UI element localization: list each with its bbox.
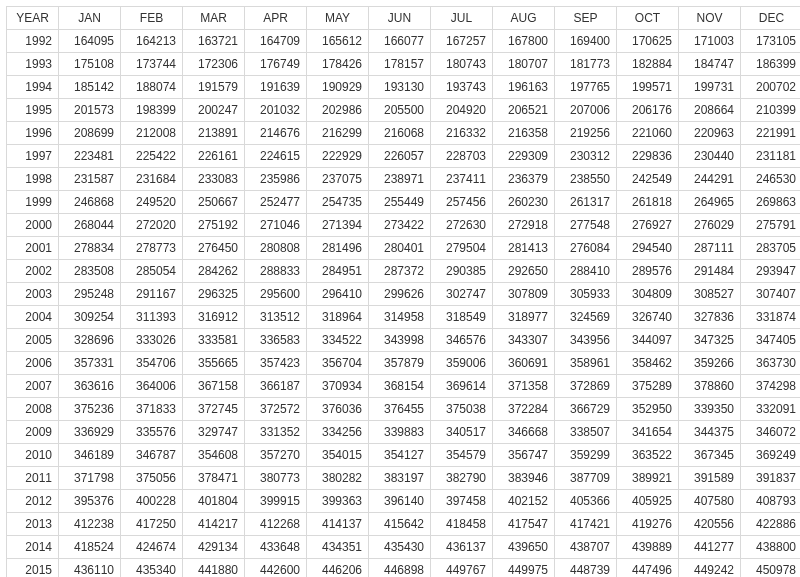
cell-value: 269863 xyxy=(741,191,801,214)
cell-value: 412268 xyxy=(245,513,307,536)
cell-value: 442600 xyxy=(245,559,307,578)
cell-value: 441277 xyxy=(679,536,741,559)
cell-value: 336583 xyxy=(245,329,307,352)
cell-value: 272918 xyxy=(493,214,555,237)
cell-value: 191639 xyxy=(245,76,307,99)
cell-value: 164709 xyxy=(245,30,307,53)
cell-value: 176749 xyxy=(245,53,307,76)
cell-value: 375289 xyxy=(617,375,679,398)
table-row: 2015436110435340441880442600446206446898… xyxy=(7,559,801,578)
cell-value: 180707 xyxy=(493,53,555,76)
cell-value: 367158 xyxy=(183,375,245,398)
cell-value: 363616 xyxy=(59,375,121,398)
cell-value: 164213 xyxy=(121,30,183,53)
cell-value: 220963 xyxy=(679,122,741,145)
cell-value: 231587 xyxy=(59,168,121,191)
table-row: 2014418524424674429134433648434351435430… xyxy=(7,536,801,559)
cell-value: 219256 xyxy=(555,122,617,145)
table-row: 2000268044272020275192271046271394273422… xyxy=(7,214,801,237)
cell-value: 295248 xyxy=(59,283,121,306)
cell-value: 343307 xyxy=(493,329,555,352)
cell-value: 371358 xyxy=(493,375,555,398)
cell-value: 200247 xyxy=(183,99,245,122)
cell-value: 178157 xyxy=(369,53,431,76)
cell-value: 249520 xyxy=(121,191,183,214)
cell-value: 242549 xyxy=(617,168,679,191)
table-row: 1999246868249520250667252477254735255449… xyxy=(7,191,801,214)
table-row: 2001278834278773276450280808281496280401… xyxy=(7,237,801,260)
cell-value: 244291 xyxy=(679,168,741,191)
cell-value: 316912 xyxy=(183,306,245,329)
cell-value: 246530 xyxy=(741,168,801,191)
cell-value: 271046 xyxy=(245,214,307,237)
cell-value: 364006 xyxy=(121,375,183,398)
cell-value: 366187 xyxy=(245,375,307,398)
cell-value: 296410 xyxy=(307,283,369,306)
cell-value: 329747 xyxy=(183,421,245,444)
cell-value: 237075 xyxy=(307,168,369,191)
cell-value: 405925 xyxy=(617,490,679,513)
cell-value: 191579 xyxy=(183,76,245,99)
cell-year: 2008 xyxy=(7,398,59,421)
cell-value: 363730 xyxy=(741,352,801,375)
cell-value: 376455 xyxy=(369,398,431,421)
cell-value: 273422 xyxy=(369,214,431,237)
cell-value: 204920 xyxy=(431,99,493,122)
cell-year: 2009 xyxy=(7,421,59,444)
cell-value: 173744 xyxy=(121,53,183,76)
cell-value: 339883 xyxy=(369,421,431,444)
table-row: 2008375236371833372745372572376036376455… xyxy=(7,398,801,421)
col-oct: OCT xyxy=(617,7,679,30)
cell-value: 375056 xyxy=(121,467,183,490)
cell-value: 422886 xyxy=(741,513,801,536)
cell-value: 343956 xyxy=(555,329,617,352)
cell-value: 225422 xyxy=(121,145,183,168)
cell-year: 1994 xyxy=(7,76,59,99)
cell-value: 408793 xyxy=(741,490,801,513)
table-row: 1996208699212008213891214676216299216068… xyxy=(7,122,801,145)
col-year: YEAR xyxy=(7,7,59,30)
cell-value: 331352 xyxy=(245,421,307,444)
cell-value: 439650 xyxy=(493,536,555,559)
cell-value: 341654 xyxy=(617,421,679,444)
cell-value: 224615 xyxy=(245,145,307,168)
cell-value: 193130 xyxy=(369,76,431,99)
cell-value: 401804 xyxy=(183,490,245,513)
col-sep: SEP xyxy=(555,7,617,30)
cell-value: 332091 xyxy=(741,398,801,421)
cell-value: 367345 xyxy=(679,444,741,467)
cell-value: 180743 xyxy=(431,53,493,76)
cell-value: 358462 xyxy=(617,352,679,375)
cell-value: 216299 xyxy=(307,122,369,145)
cell-year: 2010 xyxy=(7,444,59,467)
cell-value: 380282 xyxy=(307,467,369,490)
cell-value: 199731 xyxy=(679,76,741,99)
table-row: 2006357331354706355665357423356704357879… xyxy=(7,352,801,375)
cell-value: 307809 xyxy=(493,283,555,306)
cell-value: 436110 xyxy=(59,559,121,578)
cell-value: 308527 xyxy=(679,283,741,306)
table-row: 2009336929335576329747331352334256339883… xyxy=(7,421,801,444)
cell-value: 221060 xyxy=(617,122,679,145)
cell-value: 346189 xyxy=(59,444,121,467)
cell-value: 223481 xyxy=(59,145,121,168)
col-apr: APR xyxy=(245,7,307,30)
cell-value: 328696 xyxy=(59,329,121,352)
cell-value: 238971 xyxy=(369,168,431,191)
cell-value: 435340 xyxy=(121,559,183,578)
cell-value: 165612 xyxy=(307,30,369,53)
cell-value: 438707 xyxy=(555,536,617,559)
cell-value: 207006 xyxy=(555,99,617,122)
cell-value: 283705 xyxy=(741,237,801,260)
cell-value: 196163 xyxy=(493,76,555,99)
cell-year: 2007 xyxy=(7,375,59,398)
cell-value: 420556 xyxy=(679,513,741,536)
cell-value: 375038 xyxy=(431,398,493,421)
cell-value: 354127 xyxy=(369,444,431,467)
cell-value: 276450 xyxy=(183,237,245,260)
cell-value: 230440 xyxy=(679,145,741,168)
cell-value: 182884 xyxy=(617,53,679,76)
col-nov: NOV xyxy=(679,7,741,30)
cell-value: 429134 xyxy=(183,536,245,559)
table-row: 2013412238417250414217412268414137415642… xyxy=(7,513,801,536)
